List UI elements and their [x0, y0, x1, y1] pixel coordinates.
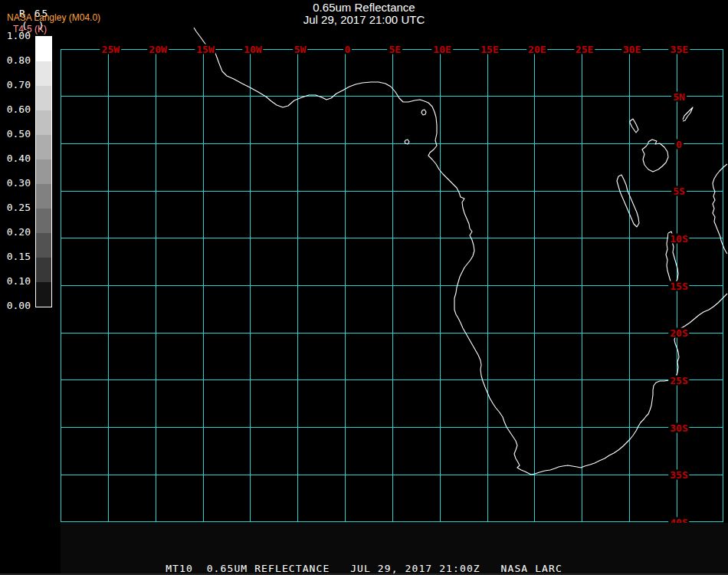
colorbar-tick-label: 0.15 [0, 251, 31, 262]
colorbar-segment [36, 159, 51, 184]
colorbar-segment [36, 37, 51, 61]
grid-line-latitude [61, 285, 723, 286]
page-subtitle: Jul 29, 2017 21:00 UTC [0, 14, 728, 26]
longitude-label: 5E [387, 44, 402, 54]
page-title: 0.65um Reflectance [0, 2, 728, 14]
grid-line-latitude [61, 380, 723, 380]
longitude-label: 15E [479, 44, 500, 54]
colorbar-tick-label: 0.80 [0, 55, 31, 66]
grid-line-latitude [61, 191, 723, 192]
grid-line-latitude [61, 427, 723, 428]
satellite-reflectance-viewer: 0.65um Reflectance Jul 29, 2017 21:00 UT… [0, 0, 728, 575]
longitude-label: 5W [293, 44, 308, 54]
longitude-label: 10E [431, 44, 452, 54]
longitude-label: 0 [343, 44, 353, 54]
colorbar-segment [36, 282, 51, 307]
grid-line-latitude [61, 238, 723, 238]
latitude-label: 35S [668, 470, 689, 480]
longitude-label: 25E [574, 44, 595, 54]
colorbar-tick-label: 0.10 [0, 276, 31, 287]
longitude-label: 10W [242, 44, 263, 54]
header: 0.65um Reflectance Jul 29, 2017 21:00 UT… [0, 2, 728, 26]
longitude-label: 35E [669, 44, 690, 54]
colorbar-segment [36, 209, 51, 233]
latitude-label: 0 [674, 139, 684, 149]
colorbar-segment [36, 86, 51, 110]
grid-line-latitude [61, 333, 723, 334]
colorbar-segment [36, 135, 51, 159]
latitude-label: 5S [671, 186, 687, 196]
latitude-label: 5N [671, 91, 687, 101]
colorbar-segment [36, 61, 51, 86]
colorbar-segment [36, 233, 51, 258]
colorbar-tick-label: 0.25 [0, 202, 31, 213]
latitude-label: 25S [668, 375, 689, 385]
longitude-label: 15W [195, 44, 215, 54]
longitude-label: 20E [526, 44, 547, 54]
longitude-label: 30E [621, 44, 642, 54]
reflectance-colorbar [35, 36, 52, 307]
latitude-label: 15S [668, 281, 689, 291]
colorbar-tick-label: 1.00 [0, 31, 31, 41]
longitude-label: 20W [147, 44, 168, 54]
grid-line-latitude [61, 143, 723, 144]
colorbar-tick-label: 0.70 [0, 80, 31, 90]
latitude-label: 10S [668, 233, 689, 243]
colorbar-tick-label: 0.60 [0, 104, 31, 115]
status-bar-text: MT10 0.65UM REFLECTANCE JUL 29, 2017 21:… [0, 563, 728, 574]
longitude-label: 25W [100, 44, 121, 54]
grid-line-latitude [61, 96, 723, 97]
colorbar-tick-label: 0.30 [0, 178, 31, 189]
colorbar-segment [36, 184, 51, 209]
colorbar-tick-label: 0.50 [0, 129, 31, 140]
latitude-label: 30S [668, 422, 689, 432]
colorbar-tick-label: 0.40 [0, 153, 31, 164]
latitude-label: 20S [668, 328, 689, 338]
colorbar-segment [36, 110, 51, 135]
colorbar-tick-label: 0.20 [0, 227, 31, 238]
colorbar-segment [36, 258, 51, 282]
colorbar-tick-label: 0.00 [0, 301, 31, 311]
grid-line-latitude [61, 475, 723, 475]
